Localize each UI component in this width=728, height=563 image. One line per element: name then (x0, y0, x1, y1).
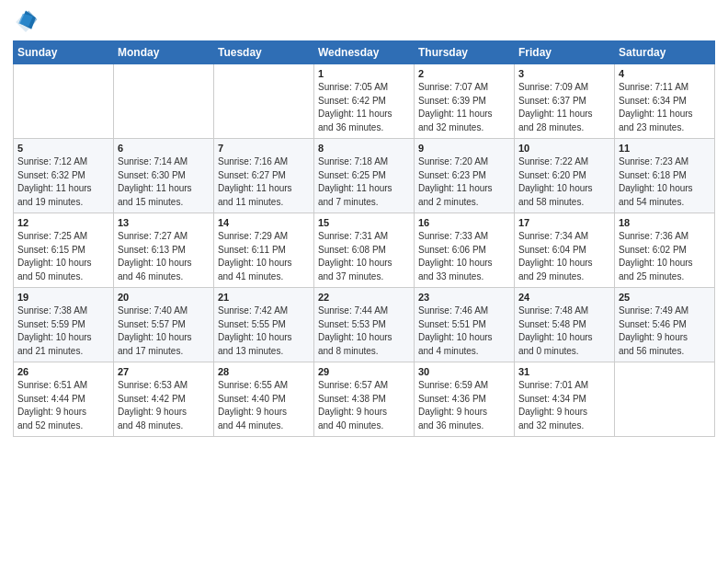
day-detail: Sunrise: 7:34 AM Sunset: 6:04 PM Dayligh… (518, 230, 610, 283)
logo-icon (13, 9, 39, 35)
calendar-cell-2-2: 14Sunrise: 7:29 AM Sunset: 6:11 PM Dayli… (214, 213, 314, 288)
day-number: 30 (418, 366, 510, 377)
day-number: 10 (518, 143, 610, 154)
day-detail: Sunrise: 7:20 AM Sunset: 6:23 PM Dayligh… (418, 155, 510, 209)
day-detail: Sunrise: 7:42 AM Sunset: 5:55 PM Dayligh… (218, 304, 310, 358)
day-detail: Sunrise: 7:36 AM Sunset: 6:02 PM Dayligh… (619, 230, 711, 283)
day-detail: Sunrise: 6:53 AM Sunset: 4:42 PM Dayligh… (118, 379, 210, 432)
logo (13, 9, 42, 35)
day-number: 1 (318, 68, 410, 79)
day-detail: Sunrise: 7:49 AM Sunset: 5:46 PM Dayligh… (619, 304, 711, 358)
day-detail: Sunrise: 6:57 AM Sunset: 4:38 PM Dayligh… (318, 379, 410, 432)
day-detail: Sunrise: 7:16 AM Sunset: 6:27 PM Dayligh… (218, 155, 310, 209)
calendar-cell-0-2 (214, 64, 314, 139)
header (13, 9, 715, 35)
day-number: 3 (518, 68, 610, 79)
day-detail: Sunrise: 7:44 AM Sunset: 5:53 PM Dayligh… (318, 304, 410, 358)
calendar-cell-2-5: 17Sunrise: 7:34 AM Sunset: 6:04 PM Dayli… (515, 213, 615, 288)
day-number: 23 (418, 292, 510, 303)
calendar-cell-2-6: 18Sunrise: 7:36 AM Sunset: 6:02 PM Dayli… (615, 213, 715, 288)
day-number: 28 (218, 366, 310, 377)
calendar-cell-1-2: 7Sunrise: 7:16 AM Sunset: 6:27 PM Daylig… (214, 139, 314, 213)
day-number: 7 (218, 143, 310, 154)
day-number: 15 (318, 217, 410, 228)
day-detail: Sunrise: 7:38 AM Sunset: 5:59 PM Dayligh… (17, 304, 109, 358)
calendar-cell-4-0: 26Sunrise: 6:51 AM Sunset: 4:44 PM Dayli… (14, 362, 114, 437)
calendar-header-row: SundayMondayTuesdayWednesdayThursdayFrid… (14, 41, 715, 64)
day-detail: Sunrise: 7:14 AM Sunset: 6:30 PM Dayligh… (118, 155, 210, 209)
calendar-cell-2-0: 12Sunrise: 7:25 AM Sunset: 6:15 PM Dayli… (14, 213, 114, 288)
calendar-cell-1-1: 6Sunrise: 7:14 AM Sunset: 6:30 PM Daylig… (114, 139, 214, 213)
calendar-cell-3-2: 21Sunrise: 7:42 AM Sunset: 5:55 PM Dayli… (214, 288, 314, 362)
day-detail: Sunrise: 7:05 AM Sunset: 6:42 PM Dayligh… (318, 81, 410, 134)
day-number: 12 (17, 217, 109, 228)
calendar-cell-3-5: 24Sunrise: 7:48 AM Sunset: 5:48 PM Dayli… (515, 288, 615, 362)
day-detail: Sunrise: 7:09 AM Sunset: 6:37 PM Dayligh… (518, 81, 610, 134)
day-number: 8 (318, 143, 410, 154)
calendar-cell-4-3: 29Sunrise: 6:57 AM Sunset: 4:38 PM Dayli… (314, 362, 415, 437)
calendar-cell-1-4: 9Sunrise: 7:20 AM Sunset: 6:23 PM Daylig… (415, 139, 515, 213)
calendar-row-1: 5Sunrise: 7:12 AM Sunset: 6:32 PM Daylig… (14, 139, 715, 213)
day-number: 13 (118, 217, 210, 228)
calendar-cell-3-4: 23Sunrise: 7:46 AM Sunset: 5:51 PM Dayli… (415, 288, 515, 362)
calendar-row-0: 1Sunrise: 7:05 AM Sunset: 6:42 PM Daylig… (14, 64, 715, 139)
calendar-cell-1-0: 5Sunrise: 7:12 AM Sunset: 6:32 PM Daylig… (14, 139, 114, 213)
calendar-cell-4-4: 30Sunrise: 6:59 AM Sunset: 4:36 PM Dayli… (415, 362, 515, 437)
day-detail: Sunrise: 7:40 AM Sunset: 5:57 PM Dayligh… (118, 304, 210, 358)
calendar-cell-4-1: 27Sunrise: 6:53 AM Sunset: 4:42 PM Dayli… (114, 362, 214, 437)
calendar-cell-0-3: 1Sunrise: 7:05 AM Sunset: 6:42 PM Daylig… (314, 64, 415, 139)
day-number: 11 (619, 143, 711, 154)
calendar-cell-3-3: 22Sunrise: 7:44 AM Sunset: 5:53 PM Dayli… (314, 288, 415, 362)
calendar-row-2: 12Sunrise: 7:25 AM Sunset: 6:15 PM Dayli… (14, 213, 715, 288)
day-number: 18 (619, 217, 711, 228)
day-detail: Sunrise: 7:22 AM Sunset: 6:20 PM Dayligh… (518, 155, 610, 209)
day-detail: Sunrise: 6:59 AM Sunset: 4:36 PM Dayligh… (418, 379, 510, 432)
day-detail: Sunrise: 7:18 AM Sunset: 6:25 PM Dayligh… (318, 155, 410, 209)
calendar-row-4: 26Sunrise: 6:51 AM Sunset: 4:44 PM Dayli… (14, 362, 715, 437)
col-header-saturday: Saturday (615, 41, 715, 64)
day-detail: Sunrise: 7:27 AM Sunset: 6:13 PM Dayligh… (118, 230, 210, 283)
day-number: 16 (418, 217, 510, 228)
day-number: 4 (619, 68, 711, 79)
calendar-cell-1-3: 8Sunrise: 7:18 AM Sunset: 6:25 PM Daylig… (314, 139, 415, 213)
day-detail: Sunrise: 7:33 AM Sunset: 6:06 PM Dayligh… (418, 230, 510, 283)
day-number: 19 (17, 292, 109, 303)
day-number: 25 (619, 292, 711, 303)
col-header-thursday: Thursday (415, 41, 515, 64)
day-number: 20 (118, 292, 210, 303)
day-detail: Sunrise: 6:51 AM Sunset: 4:44 PM Dayligh… (17, 379, 109, 432)
day-number: 5 (17, 143, 109, 154)
calendar-cell-4-5: 31Sunrise: 7:01 AM Sunset: 4:34 PM Dayli… (515, 362, 615, 437)
day-number: 6 (118, 143, 210, 154)
day-detail: Sunrise: 7:12 AM Sunset: 6:32 PM Dayligh… (17, 155, 109, 209)
calendar-cell-1-5: 10Sunrise: 7:22 AM Sunset: 6:20 PM Dayli… (515, 139, 615, 213)
calendar-cell-4-2: 28Sunrise: 6:55 AM Sunset: 4:40 PM Dayli… (214, 362, 314, 437)
calendar-cell-2-3: 15Sunrise: 7:31 AM Sunset: 6:08 PM Dayli… (314, 213, 415, 288)
day-number: 29 (318, 366, 410, 377)
calendar-cell-3-1: 20Sunrise: 7:40 AM Sunset: 5:57 PM Dayli… (114, 288, 214, 362)
day-detail: Sunrise: 6:55 AM Sunset: 4:40 PM Dayligh… (218, 379, 310, 432)
calendar-cell-0-5: 3Sunrise: 7:09 AM Sunset: 6:37 PM Daylig… (515, 64, 615, 139)
calendar-table: SundayMondayTuesdayWednesdayThursdayFrid… (13, 40, 715, 437)
calendar-cell-0-6: 4Sunrise: 7:11 AM Sunset: 6:34 PM Daylig… (615, 64, 715, 139)
day-number: 24 (518, 292, 610, 303)
calendar-cell-2-4: 16Sunrise: 7:33 AM Sunset: 6:06 PM Dayli… (415, 213, 515, 288)
calendar-cell-3-0: 19Sunrise: 7:38 AM Sunset: 5:59 PM Dayli… (14, 288, 114, 362)
calendar-cell-1-6: 11Sunrise: 7:23 AM Sunset: 6:18 PM Dayli… (615, 139, 715, 213)
day-number: 14 (218, 217, 310, 228)
calendar-cell-0-4: 2Sunrise: 7:07 AM Sunset: 6:39 PM Daylig… (415, 64, 515, 139)
col-header-sunday: Sunday (14, 41, 114, 64)
day-detail: Sunrise: 7:23 AM Sunset: 6:18 PM Dayligh… (619, 155, 711, 209)
day-number: 31 (518, 366, 610, 377)
day-detail: Sunrise: 7:07 AM Sunset: 6:39 PM Dayligh… (418, 81, 510, 134)
calendar-cell-0-1 (114, 64, 214, 139)
day-detail: Sunrise: 7:46 AM Sunset: 5:51 PM Dayligh… (418, 304, 510, 358)
col-header-wednesday: Wednesday (314, 41, 415, 64)
page: SundayMondayTuesdayWednesdayThursdayFrid… (0, 0, 728, 563)
day-detail: Sunrise: 7:01 AM Sunset: 4:34 PM Dayligh… (518, 379, 610, 432)
day-detail: Sunrise: 7:25 AM Sunset: 6:15 PM Dayligh… (17, 230, 109, 283)
day-number: 26 (17, 366, 109, 377)
calendar-cell-2-1: 13Sunrise: 7:27 AM Sunset: 6:13 PM Dayli… (114, 213, 214, 288)
calendar-cell-4-6 (615, 362, 715, 437)
day-detail: Sunrise: 7:11 AM Sunset: 6:34 PM Dayligh… (619, 81, 711, 134)
